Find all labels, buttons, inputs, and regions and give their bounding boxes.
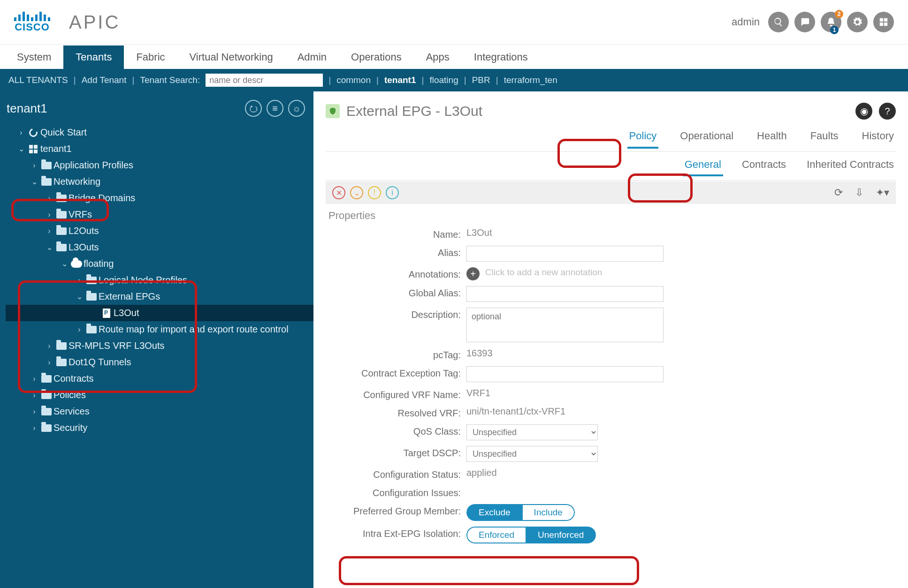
- tree-vrfs[interactable]: ›VRFs: [6, 206, 313, 223]
- tree-sr-mpls[interactable]: ›SR-MPLS VRF L3Outs: [6, 338, 313, 354]
- main-nav: System Tenants Fabric Virtual Networking…: [0, 45, 908, 69]
- product-title: APIC: [69, 12, 120, 33]
- nav-fabric[interactable]: Fabric: [124, 45, 177, 69]
- nav-system[interactable]: System: [5, 45, 63, 69]
- status-critical-icon[interactable]: ✕: [332, 186, 345, 199]
- folder-icon: [56, 195, 67, 202]
- chat-icon[interactable]: [794, 12, 815, 32]
- tab-history[interactable]: History: [860, 127, 896, 149]
- tree-policies[interactable]: ›Policies: [6, 387, 313, 403]
- properties-header: Properties: [326, 204, 896, 225]
- lbl-alias: Alias:: [326, 246, 466, 258]
- val-resolved-vrf: uni/tn-tenant1/ctx-VRF1: [466, 406, 565, 417]
- tree-external-epgs[interactable]: ⌄External EPGs: [6, 288, 313, 305]
- tree-security[interactable]: ›Security: [6, 420, 313, 436]
- subnav-all-tenants[interactable]: ALL TENANTS: [8, 75, 68, 85]
- tree-quick-start[interactable]: ›Quick Start: [6, 124, 313, 141]
- refresh-icon[interactable]: ⟳: [834, 187, 843, 199]
- tenant-search-input[interactable]: [206, 74, 323, 87]
- help-icon[interactable]: ?: [879, 103, 896, 120]
- bell-icon[interactable]: 2 1: [821, 12, 841, 32]
- folder-icon: [56, 359, 67, 366]
- sidebar-title: tenant1: [7, 101, 47, 116]
- pill-enforced[interactable]: Enforced: [466, 527, 526, 543]
- cisco-logo: CISCO: [14, 11, 50, 33]
- folder-icon: [41, 162, 52, 169]
- download-icon[interactable]: ⇩: [855, 187, 863, 199]
- status-minor-icon[interactable]: !: [368, 186, 381, 199]
- sidebar-action-3-icon[interactable]: ☼: [288, 100, 305, 117]
- select-qos[interactable]: Unspecified: [466, 424, 598, 440]
- tab-inherited-contracts[interactable]: Inherited Contracts: [805, 157, 896, 176]
- nav-admin[interactable]: Admin: [285, 45, 339, 69]
- val-configured-vrf: VRF1: [466, 388, 490, 399]
- search-icon[interactable]: [768, 12, 789, 32]
- tree-logical-node-profiles[interactable]: ›Logical Node Profiles: [6, 272, 313, 288]
- main-content: External EPG - L3Out ◉ ? Policy Operatio…: [313, 91, 908, 588]
- current-user[interactable]: admin: [732, 16, 760, 28]
- status-info-icon[interactable]: i: [386, 186, 399, 199]
- pill-exclude[interactable]: Exclude: [466, 504, 522, 521]
- subnav-link-tenant1[interactable]: tenant1: [384, 75, 416, 85]
- tree-app-profiles[interactable]: ›Application Profiles: [6, 157, 313, 173]
- pill-include[interactable]: Include: [522, 504, 575, 521]
- tree-dot1q[interactable]: ›Dot1Q Tunnels: [6, 354, 313, 370]
- lbl-name: Name:: [326, 227, 466, 240]
- tab-contracts[interactable]: Contracts: [740, 157, 788, 176]
- nav-operations[interactable]: Operations: [339, 45, 414, 69]
- tree-l3outs[interactable]: ⌄L3Outs: [6, 239, 313, 256]
- subnav-link-pbr[interactable]: PBR: [472, 75, 490, 85]
- folder-icon: [41, 408, 52, 415]
- secondary-tabs: General Contracts Inherited Contracts: [326, 152, 896, 181]
- nav-integrations[interactable]: Integrations: [462, 45, 540, 69]
- folder-icon: [56, 211, 67, 219]
- dashboard-icon[interactable]: [873, 12, 894, 32]
- folder-icon: [56, 227, 67, 235]
- bookmark-icon[interactable]: ◉: [855, 103, 872, 120]
- tab-health[interactable]: Health: [755, 127, 789, 149]
- gear-icon[interactable]: [847, 12, 868, 32]
- select-dscp[interactable]: Unspecified: [466, 446, 598, 462]
- toggle-preferred-group: Exclude Include: [466, 504, 575, 521]
- sidebar-header: tenant1 ⭮ ≡ ☼: [0, 91, 313, 121]
- tree-l3out-leaf[interactable]: L3Out: [6, 305, 313, 321]
- tab-operational[interactable]: Operational: [678, 127, 735, 149]
- folder-icon: [41, 424, 52, 432]
- tree-services[interactable]: ›Services: [6, 403, 313, 420]
- tree-route-map[interactable]: ›Route map for import and export route c…: [6, 321, 313, 338]
- subnav-link-common[interactable]: common: [336, 75, 371, 85]
- subnav-add-tenant[interactable]: Add Tenant: [82, 75, 127, 85]
- nav-tree: ›Quick Start ⌄tenant1 ›Application Profi…: [0, 121, 313, 445]
- tab-general[interactable]: General: [683, 157, 723, 176]
- tree-contracts[interactable]: ›Contracts: [6, 370, 313, 387]
- lbl-config-issues: Configuration Issues:: [326, 486, 466, 498]
- tab-policy[interactable]: Policy: [627, 127, 659, 149]
- sidebar-action-2-icon[interactable]: ≡: [267, 100, 283, 117]
- input-contract-exception[interactable]: [466, 366, 664, 382]
- subnav-link-terraform[interactable]: terraform_ten: [504, 75, 557, 85]
- add-annotation-button[interactable]: +: [466, 267, 480, 280]
- annotation-hint[interactable]: Click to add a new annotation: [485, 267, 602, 278]
- tree-floating[interactable]: ⌄floating: [6, 256, 313, 272]
- pill-unenforced[interactable]: Unenforced: [526, 527, 596, 543]
- tab-faults[interactable]: Faults: [809, 127, 840, 149]
- action-strip: ✕ ⌄ ! i ⟳ ⇩ ✦▾: [326, 181, 896, 204]
- status-major-icon[interactable]: ⌄: [350, 186, 363, 199]
- tree-l2outs[interactable]: ›L2Outs: [6, 223, 313, 239]
- lbl-intra-isolation: Intra Ext-EPG Isolation:: [326, 527, 466, 539]
- input-global-alias[interactable]: [466, 286, 664, 302]
- subnav-link-floating[interactable]: floating: [429, 75, 458, 85]
- sidebar-action-1-icon[interactable]: ⭮: [245, 100, 262, 117]
- lbl-configured-vrf: Configured VRF Name:: [326, 388, 466, 400]
- folder-icon: [86, 277, 97, 284]
- nav-apps[interactable]: Apps: [414, 45, 462, 69]
- tools-icon[interactable]: ✦▾: [876, 187, 889, 199]
- nav-tenants[interactable]: Tenants: [63, 45, 124, 69]
- tree-networking[interactable]: ⌄Networking: [6, 173, 313, 190]
- primary-tabs: Policy Operational Health Faults History: [326, 123, 896, 152]
- input-description[interactable]: [466, 308, 664, 342]
- tree-tenant-root[interactable]: ⌄tenant1: [6, 141, 313, 157]
- nav-virtual-networking[interactable]: Virtual Networking: [177, 45, 285, 69]
- input-alias[interactable]: [466, 246, 664, 262]
- tree-bridge-domains[interactable]: ›Bridge Domains: [6, 190, 313, 206]
